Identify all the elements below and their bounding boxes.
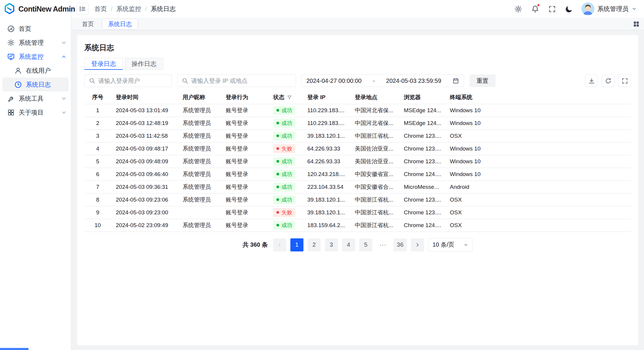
avatar [581, 2, 594, 15]
tab-home[interactable]: 首页 [77, 19, 99, 29]
notifications-button[interactable] [531, 4, 539, 13]
cell-no: 5 [84, 155, 111, 168]
topbar-actions: 系统管理员 [514, 2, 637, 15]
cell-login-time: 2024-05-03 09:48:17 [111, 142, 178, 155]
sidebar-item-system-tools[interactable]: 系统工具 [0, 91, 71, 105]
log-table-body: 1 2024-05-03 13:01:49 系统管理员 账号登录 成功 110.… [84, 104, 631, 232]
tab-operation-log[interactable]: 操作日志 [125, 58, 163, 70]
search-placeholder: 请输入登录用户 [98, 77, 140, 85]
fullscreen-icon [548, 5, 556, 13]
login-user-search-input[interactable]: 请输入登录用户 [84, 75, 172, 87]
cell-nickname [178, 206, 221, 219]
pagination-next-button[interactable] [411, 238, 424, 251]
breadcrumb-home[interactable]: 首页 [94, 5, 107, 13]
refresh-button[interactable] [602, 75, 614, 87]
status-badge: 失败 [273, 144, 295, 153]
pagination-ellipsis[interactable]: ··· [376, 238, 390, 251]
pagination-page-3[interactable]: 3 [325, 238, 338, 251]
cell-location: 中国安徽省宣... [350, 168, 399, 180]
cell-nickname: 系统管理员 [178, 180, 221, 193]
status-badge: 成功 [273, 221, 295, 230]
tab-login-log[interactable]: 登录日志 [84, 58, 123, 70]
sidebar-item-online-users[interactable]: 在线用户 [2, 64, 69, 77]
page-title: 系统日志 [84, 43, 631, 53]
cell-os: Windows 10 [445, 142, 490, 155]
table-row: 7 2024-05-03 09:36:31 系统管理员 账号登录 成功 223.… [84, 180, 631, 193]
pagination-page-5[interactable]: 5 [359, 238, 372, 251]
cell-behavior: 账号登录 [221, 155, 268, 168]
sidebar-item-system-logs[interactable]: 系统日志 [2, 77, 69, 91]
cell-nickname: 系统管理员 [178, 104, 221, 117]
sidebar-item-home[interactable]: 首页 [0, 22, 71, 36]
settings-button[interactable] [514, 4, 523, 13]
cell-nickname: 系统管理员 [178, 117, 221, 129]
table-row: 1 2024-05-03 13:01:49 系统管理员 账号登录 成功 110.… [84, 104, 631, 117]
cell-login-time: 2024-05-03 12:48:19 [111, 117, 178, 129]
date-range-picker[interactable]: 2024-04-27 00:00:00 - 2024-05-03 23:59:5… [301, 75, 464, 87]
tab-list-button[interactable] [629, 18, 644, 30]
cell-status: 成功 [268, 180, 303, 193]
sidebar-collapse-button[interactable] [77, 3, 88, 15]
grid-icon [633, 20, 640, 28]
cell-browser: Chrome 124.... [399, 219, 445, 232]
cell-behavior: 账号登录 [221, 193, 268, 206]
fullscreen-button[interactable] [548, 4, 556, 13]
horizontal-scrollbar-thumb[interactable] [0, 348, 29, 350]
cell-login-time: 2024-05-03 09:48:09 [111, 155, 178, 168]
cell-login-time: 2024-05-03 09:46:40 [111, 168, 178, 180]
sidebar-item-label: 系统日志 [26, 80, 66, 89]
cell-status: 成功 [268, 193, 303, 206]
system-log-card: 系统日志 登录日志 操作日志 请输入登录用户 [77, 35, 638, 345]
pagination-prev-button[interactable] [273, 238, 286, 251]
page-size-select[interactable]: 10 条/页 [428, 238, 473, 251]
cell-behavior: 账号登录 [221, 104, 268, 117]
sidebar-item-system-management[interactable]: 系统管理 [0, 36, 71, 50]
login-ip-search-input[interactable]: 请输入登录 IP 或地点 [177, 75, 296, 87]
pagination-page-36[interactable]: 36 [394, 238, 407, 251]
sidebar-item-label: 在线用户 [26, 66, 66, 75]
chevron-down-icon [61, 40, 67, 46]
page-tabbar: 首页 系统日志 [71, 18, 644, 30]
pagination-page-4[interactable]: 4 [342, 238, 355, 251]
cell-os: OSX [445, 219, 490, 232]
cell-location: 美国佐治亚亚... [350, 155, 399, 168]
status-dot [276, 211, 279, 214]
cell-browser: MicroMesse... [399, 180, 445, 193]
breadcrumb-separator: / [111, 5, 113, 12]
status-dot [276, 173, 279, 175]
breadcrumb-system-monitor[interactable]: 系统监控 [116, 5, 141, 13]
log-type-tabs: 登录日志 操作日志 [84, 58, 631, 70]
cell-ip: 223.104.33.54 [303, 180, 350, 193]
sidebar-item-about-project[interactable]: 关于项目 [0, 105, 71, 119]
table-toolbar [585, 75, 631, 87]
download-button[interactable] [585, 75, 598, 87]
status-filter-icon[interactable] [287, 95, 292, 100]
table-fullscreen-button[interactable] [618, 75, 631, 87]
date-end-value: 2024-05-03 23:59:59 [386, 77, 441, 84]
status-badge: 成功 [273, 132, 295, 140]
status-dot [276, 134, 279, 137]
gear-icon [7, 39, 15, 47]
table-row: 5 2024-05-03 09:48:09 系统管理员 账号登录 成功 64.2… [84, 155, 631, 168]
sidebar-item-system-monitor[interactable]: 系统监控 [0, 50, 71, 64]
cell-location: 中国河北省保... [350, 104, 399, 117]
dark-mode-button[interactable] [564, 4, 573, 13]
monitor-icon [7, 53, 15, 61]
chevron-down-icon [61, 110, 67, 115]
status-dot [276, 198, 279, 201]
user-menu[interactable]: 系统管理员 [581, 2, 637, 15]
app-logo[interactable]: ContiNew Admin [0, 0, 71, 18]
tab-system-logs[interactable]: 系统日志 [103, 19, 137, 29]
reset-button[interactable]: 重置 [469, 75, 496, 87]
cell-status: 成功 [268, 129, 303, 142]
cell-browser: MSEdge 124... [399, 117, 445, 129]
status-badge: 成功 [273, 183, 295, 191]
tab-label: 登录日志 [91, 60, 116, 68]
pagination-page-1[interactable]: 1 [290, 238, 303, 251]
pagination-page-2[interactable]: 2 [308, 238, 321, 251]
column-header-behavior: 登录行为 [221, 91, 268, 104]
cell-location: 中国浙江省杭... [350, 129, 399, 142]
sidebar: ContiNew Admin 首页 系统管理 系统监控 [0, 0, 71, 350]
tab-label: 操作日志 [132, 60, 156, 68]
menu-fold-icon [79, 5, 86, 12]
